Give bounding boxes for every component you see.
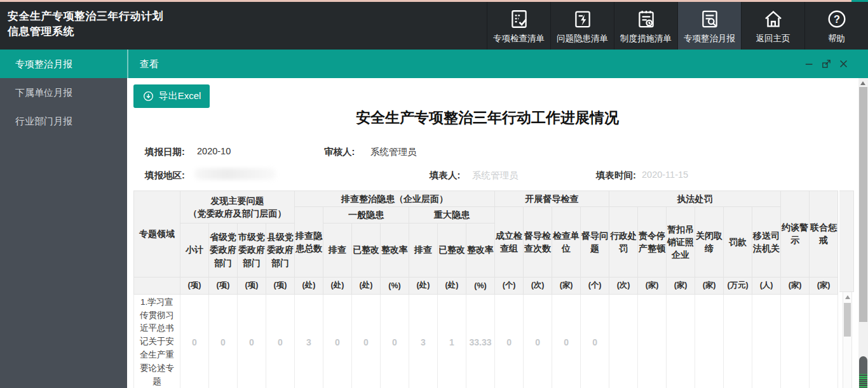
region-value-redacted bbox=[194, 168, 276, 180]
value-cell: 0 bbox=[552, 294, 581, 388]
close-button[interactable] bbox=[838, 58, 849, 69]
value-cell: 0 bbox=[495, 294, 524, 388]
table-unit-cell: (%) bbox=[466, 277, 495, 294]
value-cell: 0 bbox=[238, 294, 266, 388]
table-header-cell: 检查单位 bbox=[552, 207, 581, 277]
app-title-line1: 安全生产专项整治三年行动计划 bbox=[8, 9, 163, 24]
svg-text:?: ? bbox=[834, 13, 840, 25]
table-header-cell: 排查隐患总数 bbox=[295, 207, 323, 277]
table-header-cell: 已整改 bbox=[438, 223, 466, 277]
export-excel-label: 导出Excel bbox=[159, 90, 201, 102]
table-units-row: (项)(项)(项)(项)(处)(处)(处)(%)(处)(处)(%)(个)(次)(… bbox=[134, 277, 838, 294]
measures-list-icon bbox=[635, 7, 657, 30]
table-header-cell: 排查整治隐患（企业层面） bbox=[295, 191, 495, 207]
table-unit-cell: (项) bbox=[209, 277, 238, 294]
table-scroll-up-arrow[interactable] bbox=[845, 295, 850, 299]
table-unit-cell: (家) bbox=[667, 277, 695, 294]
table-unit-cell: (家) bbox=[638, 277, 667, 294]
table-vertical-scrollbar[interactable] bbox=[843, 292, 852, 388]
table-header-cell: 省级党委政府部门 bbox=[209, 223, 238, 277]
value-cell: 0 bbox=[524, 294, 552, 388]
panel-title-bar: 查看 bbox=[127, 50, 868, 78]
value-cell: 0 bbox=[352, 294, 381, 388]
topnav-item-hazard-list[interactable]: 问题隐患清单 bbox=[550, 2, 614, 50]
table-unit-cell: (处) bbox=[295, 277, 323, 294]
topnav-item-home[interactable]: 返回主页 bbox=[741, 2, 804, 50]
value-cell bbox=[752, 294, 781, 388]
value-cell: 0 bbox=[581, 294, 609, 388]
table-header-cell: 成立检查组 bbox=[495, 207, 524, 277]
region-label: 填报地区: bbox=[145, 170, 185, 182]
topnav-item-measures-list[interactable]: 制度措施清单 bbox=[614, 2, 677, 50]
table-header-cell: 发现主要问题 （党委政府及部门层面） bbox=[180, 191, 295, 224]
page-scrollbar-dark-indicator[interactable] bbox=[859, 356, 867, 388]
value-cell bbox=[724, 294, 752, 388]
help-icon: ? bbox=[826, 7, 848, 30]
table-header-cell: 市级党委政府部门 bbox=[238, 223, 266, 277]
topnav-item-label: 制度措施清单 bbox=[620, 33, 672, 44]
topic-cell: 1.学习宣传贯彻习近平总书记关于安全生产重要论述专题 bbox=[134, 294, 180, 388]
sidebar-item-3[interactable]: 行业部门月报 bbox=[0, 107, 127, 135]
home-icon bbox=[763, 7, 784, 30]
green-stripes-indicator bbox=[859, 374, 867, 388]
table-header-cell: 已整改 bbox=[352, 223, 381, 277]
app-title: 安全生产专项整治三年行动计划 信息管理系统 bbox=[8, 9, 163, 39]
maximize-button[interactable] bbox=[821, 58, 832, 69]
table-header-cell: 重大隐患 bbox=[409, 207, 495, 223]
app-window: 安全生产专项整治三年行动计划 信息管理系统 专项检查清单问题隐患清单制度措施清单… bbox=[0, 0, 868, 388]
page-scroll-up-arrow[interactable] bbox=[860, 81, 865, 85]
sidebar-item-2[interactable]: 下属单位月报 bbox=[0, 78, 127, 107]
value-cell: 0 bbox=[180, 294, 209, 388]
topnav-item-help[interactable]: ?帮助 bbox=[804, 2, 868, 50]
table-unit-cell: (处) bbox=[409, 277, 438, 294]
report-table-wrap: 专题领域发现主要问题 （党委政府及部门层面）排查整治隐患（企业层面）开展督导检查… bbox=[133, 191, 838, 388]
table-header-cell: 开展督导检查 bbox=[495, 191, 609, 207]
auditor-value: 系统管理员 bbox=[370, 146, 417, 158]
panel-title: 查看 bbox=[140, 50, 159, 78]
export-excel-button[interactable]: 导出Excel bbox=[133, 84, 210, 108]
fill-date-value: 2020-10 bbox=[197, 146, 231, 156]
value-cell bbox=[695, 294, 724, 388]
value-cell: 0 bbox=[266, 294, 295, 388]
table-unit-cell: (个) bbox=[495, 277, 524, 294]
table-header-cell: 专题领域 bbox=[134, 191, 180, 278]
table-header-cell: 小计 bbox=[180, 223, 209, 277]
table-scrollbar-thumb[interactable] bbox=[844, 303, 851, 337]
value-cell bbox=[609, 294, 638, 388]
table-unit-cell: (家) bbox=[781, 277, 810, 294]
sidebar-item-1[interactable]: 专项整治月报 bbox=[0, 50, 127, 78]
fill-time-label: 填表时间: bbox=[596, 170, 636, 182]
download-icon bbox=[142, 90, 154, 102]
page-vertical-scrollbar[interactable] bbox=[858, 78, 868, 388]
table-header-cell: 县级党委政府部门 bbox=[266, 223, 295, 277]
minimize-button[interactable] bbox=[804, 58, 815, 69]
value-cell bbox=[667, 294, 695, 388]
topnav-item-checklist[interactable]: 专项检查清单 bbox=[487, 2, 550, 50]
sidebar: 专项整治月报下属单位月报行业部门月报 bbox=[0, 50, 127, 388]
table-unit-cell bbox=[134, 277, 180, 294]
table-unit-cell: (处) bbox=[323, 277, 352, 294]
table-header-cell: 约谈警示 bbox=[781, 191, 810, 278]
table-unit-cell: (项) bbox=[180, 277, 209, 294]
app-title-line2: 信息管理系统 bbox=[8, 24, 163, 39]
topnav-item-label: 帮助 bbox=[828, 33, 845, 44]
table-head: 专题领域发现主要问题 （党委政府及部门层面）排查整治隐患（企业层面）开展督导检查… bbox=[134, 191, 838, 295]
topbar: 安全生产专项整治三年行动计划 信息管理系统 专项检查清单问题隐患清单制度措施清单… bbox=[0, 2, 868, 50]
table-unit-cell: (项) bbox=[266, 277, 295, 294]
page-scrollbar-thumb[interactable] bbox=[859, 87, 867, 322]
table-unit-cell: (项) bbox=[238, 277, 266, 294]
value-cell bbox=[810, 294, 838, 388]
table-header-cell: 联合惩戒 bbox=[810, 191, 838, 278]
value-cell bbox=[781, 294, 810, 388]
topnav-item-monthly-report[interactable]: 专项整治月报 bbox=[677, 2, 741, 50]
table-header-cell: 排查 bbox=[409, 223, 438, 277]
table-header-cell: 行政处罚 bbox=[609, 207, 638, 277]
value-cell: 3 bbox=[409, 294, 438, 388]
fill-time-value: 2020-11-15 bbox=[642, 170, 688, 180]
filler-label: 填表人: bbox=[430, 170, 460, 182]
table-header-cell: 关闭取缔 bbox=[695, 207, 724, 277]
value-cell: 0 bbox=[209, 294, 238, 388]
table-unit-cell: (家) bbox=[810, 277, 838, 294]
value-cell: 1 bbox=[438, 294, 466, 388]
filler-value: 系统管理员 bbox=[472, 170, 519, 182]
